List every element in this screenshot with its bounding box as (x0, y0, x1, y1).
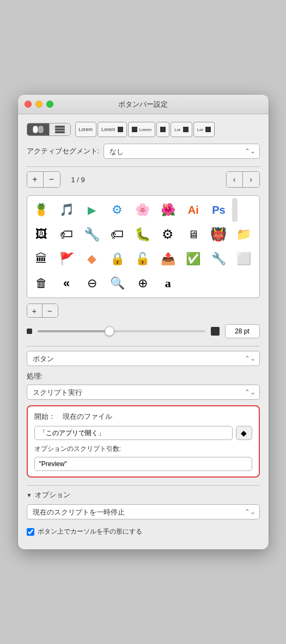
icon-cell[interactable]: 🏷 (105, 222, 129, 246)
counter-row: + − 1 / 9 ‹ › (27, 171, 260, 188)
svg-rect-0 (33, 126, 38, 133)
preview-item-4 (156, 122, 169, 137)
icon-cell[interactable]: 🔧 (206, 247, 230, 271)
svg-rect-4 (55, 131, 65, 133)
icon-grid: 🍍 🎵 ▶ ⚙ 🌸 🌺 Ai Ps 🖼 🏷 🔧 🏷 🐛 ⚙ 🖥 👹 (27, 196, 259, 298)
icon-cell[interactable]: 🔓 (131, 247, 155, 271)
script-args-input[interactable] (34, 457, 252, 471)
titlebar: ボタンバー設定 (18, 95, 269, 114)
icon-cell[interactable]: 🌺 (156, 198, 180, 222)
diamond-button[interactable]: ◆ (236, 426, 252, 440)
button-type-wrapper: ボタン ⌃⌄ (27, 351, 260, 366)
icon-cell[interactable]: 🌸 (131, 198, 155, 222)
svg-rect-1 (39, 126, 43, 133)
window: ボタンバー設定 (18, 95, 269, 549)
icon-cell[interactable]: 👹 (206, 222, 230, 246)
nav-group: ‹ › (226, 171, 260, 188)
minimize-button[interactable] (35, 101, 42, 108)
cursor-checkbox-label[interactable]: ボタン上でカーソルを手の形にする (38, 527, 142, 536)
button-type-select[interactable]: ボタン (27, 351, 260, 366)
add-button[interactable]: + (27, 172, 44, 187)
content-area: Lorem Lorem Lorem Lor Lor (18, 114, 269, 549)
icon-cell[interactable]: 🗑 (29, 271, 53, 295)
icon-cell-scrollbar (232, 198, 238, 222)
size-slider-track[interactable] (38, 330, 205, 332)
options-dropdown-row: 現在のスクリプトを一時停止 ⌃⌄ (27, 504, 260, 519)
icon-cell[interactable]: Ai (181, 198, 205, 222)
icon-cell[interactable]: ▶ (80, 198, 104, 222)
size-slider-thumb[interactable] (105, 326, 114, 336)
divider-3 (27, 485, 260, 486)
options-dropdown-select[interactable]: 現在のスクリプトを一時停止 (27, 504, 260, 519)
processing-select[interactable]: スクリプト実行 (27, 385, 260, 400)
size-input[interactable] (225, 324, 260, 338)
size-large-indicator (211, 327, 220, 336)
icon-cell[interactable]: 🚩 (54, 247, 78, 271)
active-segment-select[interactable]: なし (104, 144, 259, 159)
icon-cell[interactable]: 🏷 (54, 222, 78, 246)
options-section: ▼ オプション 現在のスクリプトを一時停止 ⌃⌄ ボタン上でカーソルを手の形にす… (27, 490, 260, 536)
divider-1 (27, 166, 260, 167)
icon-cell[interactable]: 🔍 (105, 271, 129, 295)
svg-rect-3 (55, 128, 65, 131)
active-segment-label: アクティブセグメント: (27, 146, 100, 156)
pills-style-button[interactable] (27, 123, 49, 135)
cursor-checkbox[interactable] (27, 528, 34, 536)
script-start-row: 開始： 現在のファイル (34, 412, 252, 422)
preview-item-3: Lorem (128, 122, 156, 137)
icon-cell[interactable]: 🎵 (54, 198, 78, 222)
processing-label: 処理: (27, 371, 260, 381)
icon-cell[interactable]: ⚙ (105, 198, 129, 222)
icon-cell[interactable]: ⊕ (131, 271, 155, 295)
counter-display: 1 / 9 (71, 176, 85, 184)
icon-cell[interactable]: ⊖ (80, 271, 104, 295)
icon-cell[interactable]: ✅ (181, 247, 205, 271)
size-small-indicator (27, 329, 32, 334)
button-type-row: ボタン ⌃⌄ (27, 351, 260, 366)
script-command-input[interactable] (34, 426, 233, 440)
remove-button[interactable]: − (44, 172, 60, 187)
icon-cell[interactable]: ⚙ (156, 222, 180, 246)
add-remove-group: + − (27, 171, 60, 188)
icon-remove-button[interactable]: − (42, 304, 58, 317)
divider-2 (27, 346, 260, 346)
preview-item-2: Lorem (98, 122, 127, 137)
preview-item-6: Lor (193, 122, 215, 137)
options-label: オプション (35, 490, 70, 500)
icon-cell[interactable]: 🔒 (105, 247, 129, 271)
options-header: ▼ オプション (27, 490, 260, 500)
window-title: ボタンバー設定 (118, 100, 168, 109)
icon-cell[interactable]: 🖥 (181, 222, 205, 246)
icon-cell[interactable]: 📤 (156, 247, 180, 271)
icon-cell[interactable]: 🏛 (29, 247, 53, 271)
icon-cell[interactable]: 🐛 (131, 222, 155, 246)
active-segment-row: アクティブセグメント: なし ⌃⌄ (27, 144, 260, 159)
icon-cell[interactable]: 📁 (232, 222, 256, 246)
icon-cell[interactable]: 🍍 (29, 198, 53, 222)
counter-left: + − 1 / 9 (27, 171, 96, 188)
script-input-row: ◆ (34, 426, 252, 440)
script-section: 開始： 現在のファイル ◆ オプションのスクリプト引数: (27, 405, 260, 478)
icon-cell[interactable]: 🔧 (80, 222, 104, 246)
processing-row: スクリプト実行 ⌃⌄ (27, 385, 260, 400)
options-dropdown-wrapper: 現在のスクリプトを一時停止 ⌃⌄ (27, 504, 260, 519)
preview-item-1: Lorem (75, 122, 97, 137)
size-slider-row (27, 324, 260, 338)
icon-cell[interactable]: ⬜ (232, 247, 256, 271)
close-button[interactable] (25, 101, 32, 108)
svg-rect-2 (55, 126, 65, 128)
list-style-button[interactable] (49, 123, 70, 135)
next-button[interactable]: › (243, 172, 259, 187)
style-toggle-group (27, 123, 71, 136)
icon-grid-container: 🍍 🎵 ▶ ⚙ 🌸 🌺 Ai Ps 🖼 🏷 🔧 🏷 🐛 ⚙ 🖥 👹 (27, 195, 260, 298)
icon-cell[interactable]: « (54, 271, 78, 295)
processing-wrapper: スクリプト実行 ⌃⌄ (27, 385, 260, 400)
traffic-lights (25, 101, 53, 108)
icon-cell[interactable]: 🖼 (29, 222, 53, 246)
maximize-button[interactable] (46, 101, 53, 108)
icon-add-button[interactable]: + (27, 304, 42, 317)
prev-button[interactable]: ‹ (227, 172, 243, 187)
icon-cell[interactable]: Ps (206, 198, 230, 222)
icon-cell[interactable]: ◆ (80, 247, 104, 271)
icon-cell[interactable]: a (156, 271, 180, 295)
